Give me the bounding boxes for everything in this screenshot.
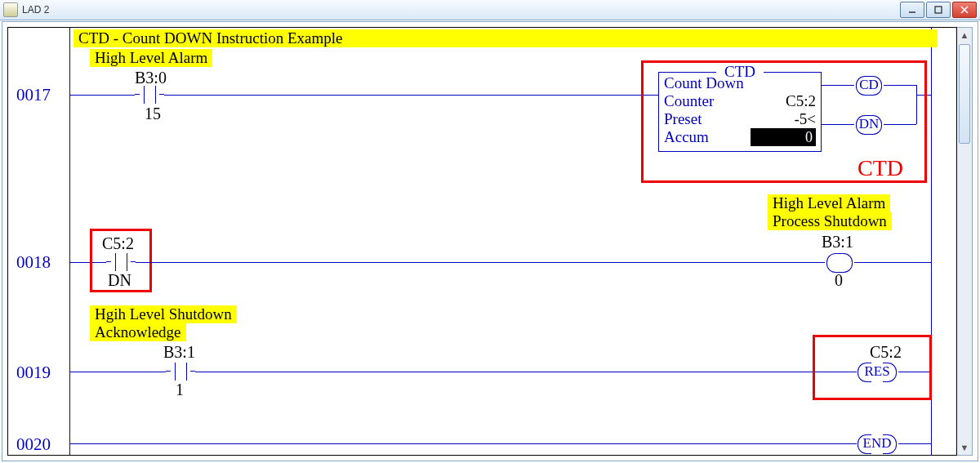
rung-number: 0020 <box>16 434 51 455</box>
input-description: Acknowledge <box>90 323 186 341</box>
scroll-up-icon[interactable]: ▲ <box>957 28 972 42</box>
wire <box>195 372 857 372</box>
wire <box>898 443 931 444</box>
app-window: LAD 2 0017 CTD - Count DOWN Instruction … <box>0 0 980 463</box>
wire <box>69 95 135 96</box>
wire <box>69 372 166 372</box>
highlight-res <box>813 335 932 400</box>
maximize-button[interactable] <box>926 2 951 18</box>
highlight-ctd-label: CTD <box>858 155 903 181</box>
ladder-view[interactable]: 0017 CTD - Count DOWN Instruction Exampl… <box>7 27 957 456</box>
rung-number: 0018 <box>16 252 51 273</box>
wire <box>136 262 825 263</box>
input-bit: 1 <box>176 381 184 399</box>
input-description: High Level Alarm <box>90 49 212 67</box>
wire <box>164 95 658 96</box>
input-description: Hgih Level Shutdown <box>90 305 237 323</box>
end-marker: END <box>856 434 898 452</box>
title-bar[interactable]: LAD 2 <box>0 0 980 20</box>
vertical-scrollbar[interactable]: ▲ ▼ <box>957 27 973 456</box>
input-address: B3:0 <box>135 69 167 87</box>
xic-contact[interactable] <box>135 86 164 104</box>
output-bit: 0 <box>835 271 843 290</box>
xic-contact[interactable] <box>166 363 195 381</box>
wire <box>854 262 931 263</box>
input-address: B3:1 <box>163 343 195 362</box>
output-description: High Level Alarm <box>768 194 890 212</box>
left-rail <box>69 28 70 455</box>
minimize-button[interactable] <box>900 2 924 18</box>
input-bit: 15 <box>145 105 161 123</box>
scroll-track[interactable] <box>957 145 972 440</box>
end-label: END <box>856 435 898 452</box>
window-title: LAD 2 <box>22 4 49 16</box>
scroll-thumb[interactable] <box>959 44 970 144</box>
rung-number: 0017 <box>16 85 51 105</box>
wire <box>69 443 857 444</box>
svg-rect-1 <box>935 7 942 13</box>
client-area: 0017 CTD - Count DOWN Instruction Exampl… <box>2 21 978 461</box>
rung-number: 0019 <box>16 363 51 383</box>
highlight-dn-contact <box>90 229 152 292</box>
scroll-down-icon[interactable]: ▼ <box>957 440 972 455</box>
rung-title: CTD - Count DOWN Instruction Example <box>74 29 938 47</box>
app-icon <box>3 2 18 17</box>
ote-coil[interactable] <box>825 253 854 271</box>
close-button[interactable] <box>952 2 977 18</box>
output-address: B3:1 <box>822 233 853 252</box>
output-description: Process Shutdown <box>768 212 892 230</box>
